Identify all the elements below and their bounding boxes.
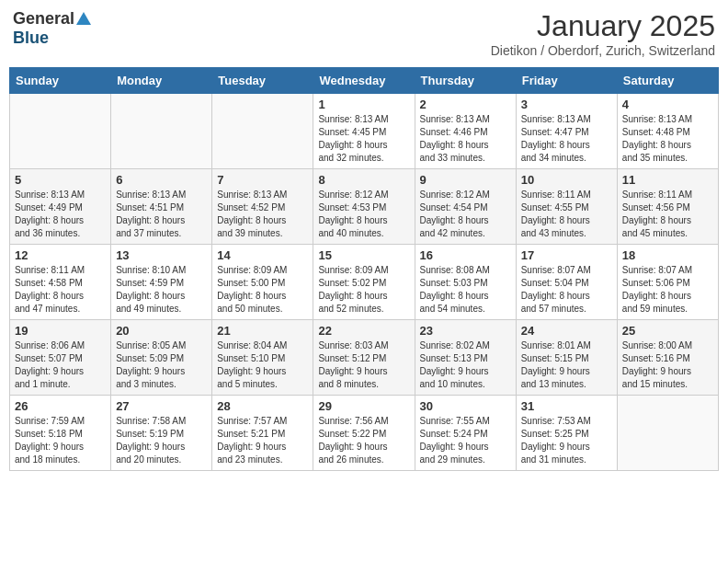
calendar-cell: 13Sunrise: 8:10 AM Sunset: 4:59 PM Dayli… xyxy=(111,245,212,320)
day-number: 10 xyxy=(521,173,612,187)
calendar-cell xyxy=(617,396,718,471)
calendar-cell: 27Sunrise: 7:58 AM Sunset: 5:19 PM Dayli… xyxy=(111,396,212,471)
calendar-cell: 12Sunrise: 8:11 AM Sunset: 4:58 PM Dayli… xyxy=(10,245,111,320)
day-number: 20 xyxy=(116,324,207,338)
day-info: Sunrise: 8:00 AM Sunset: 5:16 PM Dayligh… xyxy=(622,339,713,391)
calendar-cell: 30Sunrise: 7:55 AM Sunset: 5:24 PM Dayli… xyxy=(415,396,516,471)
calendar-header-row: SundayMondayTuesdayWednesdayThursdayFrid… xyxy=(10,68,719,94)
day-info: Sunrise: 8:01 AM Sunset: 5:15 PM Dayligh… xyxy=(521,339,612,391)
day-info: Sunrise: 8:05 AM Sunset: 5:09 PM Dayligh… xyxy=(116,339,207,391)
day-info: Sunrise: 8:13 AM Sunset: 4:51 PM Dayligh… xyxy=(116,189,207,240)
day-number: 15 xyxy=(318,248,409,262)
calendar-week-row: 12Sunrise: 8:11 AM Sunset: 4:58 PM Dayli… xyxy=(10,245,719,320)
calendar-cell: 7Sunrise: 8:13 AM Sunset: 4:52 PM Daylig… xyxy=(212,169,313,245)
day-info: Sunrise: 8:07 AM Sunset: 5:06 PM Dayligh… xyxy=(622,264,713,316)
calendar-cell: 19Sunrise: 8:06 AM Sunset: 5:07 PM Dayli… xyxy=(10,320,111,396)
day-number: 11 xyxy=(622,173,713,187)
calendar-cell: 17Sunrise: 8:07 AM Sunset: 5:04 PM Dayli… xyxy=(516,245,617,320)
day-number: 25 xyxy=(622,324,713,338)
logo-general-text: General xyxy=(13,9,74,29)
weekday-header: Friday xyxy=(516,68,617,94)
day-info: Sunrise: 8:08 AM Sunset: 5:03 PM Dayligh… xyxy=(420,264,511,316)
day-number: 13 xyxy=(116,248,207,262)
day-number: 23 xyxy=(420,324,511,338)
day-number: 1 xyxy=(318,98,409,111)
day-number: 19 xyxy=(15,324,106,338)
day-info: Sunrise: 8:11 AM Sunset: 4:55 PM Dayligh… xyxy=(521,189,612,240)
month-title: January 2025 xyxy=(491,9,715,43)
calendar-cell: 20Sunrise: 8:05 AM Sunset: 5:09 PM Dayli… xyxy=(111,320,212,396)
day-number: 27 xyxy=(116,399,207,413)
day-number: 31 xyxy=(521,399,612,413)
weekday-header: Wednesday xyxy=(313,68,415,94)
calendar-cell: 14Sunrise: 8:09 AM Sunset: 5:00 PM Dayli… xyxy=(212,245,313,320)
day-info: Sunrise: 8:06 AM Sunset: 5:07 PM Dayligh… xyxy=(15,339,106,391)
day-number: 6 xyxy=(116,173,207,187)
day-number: 29 xyxy=(318,399,409,413)
day-number: 7 xyxy=(217,173,308,187)
logo-triangle-icon xyxy=(76,12,91,25)
day-info: Sunrise: 8:09 AM Sunset: 5:00 PM Dayligh… xyxy=(217,264,308,316)
day-info: Sunrise: 8:12 AM Sunset: 4:53 PM Dayligh… xyxy=(318,189,409,240)
calendar-cell: 5Sunrise: 8:13 AM Sunset: 4:49 PM Daylig… xyxy=(10,169,111,245)
day-info: Sunrise: 7:55 AM Sunset: 5:24 PM Dayligh… xyxy=(420,415,511,466)
day-info: Sunrise: 8:13 AM Sunset: 4:52 PM Dayligh… xyxy=(217,189,308,240)
calendar-cell: 6Sunrise: 8:13 AM Sunset: 4:51 PM Daylig… xyxy=(111,169,212,245)
day-info: Sunrise: 8:13 AM Sunset: 4:45 PM Dayligh… xyxy=(318,113,409,165)
day-number: 17 xyxy=(521,248,612,262)
day-info: Sunrise: 8:03 AM Sunset: 5:12 PM Dayligh… xyxy=(318,339,409,391)
day-number: 9 xyxy=(420,173,511,187)
calendar-table: SundayMondayTuesdayWednesdayThursdayFrid… xyxy=(9,67,719,471)
calendar-week-row: 5Sunrise: 8:13 AM Sunset: 4:49 PM Daylig… xyxy=(10,169,719,245)
calendar-cell xyxy=(10,94,111,169)
day-info: Sunrise: 7:56 AM Sunset: 5:22 PM Dayligh… xyxy=(318,415,409,466)
calendar-cell: 15Sunrise: 8:09 AM Sunset: 5:02 PM Dayli… xyxy=(313,245,415,320)
calendar-cell: 23Sunrise: 8:02 AM Sunset: 5:13 PM Dayli… xyxy=(415,320,516,396)
day-info: Sunrise: 7:53 AM Sunset: 5:25 PM Dayligh… xyxy=(521,415,612,466)
day-info: Sunrise: 8:02 AM Sunset: 5:13 PM Dayligh… xyxy=(420,339,511,391)
day-info: Sunrise: 8:13 AM Sunset: 4:48 PM Dayligh… xyxy=(622,113,713,165)
calendar-cell: 21Sunrise: 8:04 AM Sunset: 5:10 PM Dayli… xyxy=(212,320,313,396)
day-number: 30 xyxy=(420,399,511,413)
day-number: 4 xyxy=(622,98,713,111)
calendar-cell: 29Sunrise: 7:56 AM Sunset: 5:22 PM Dayli… xyxy=(313,396,415,471)
day-number: 8 xyxy=(318,173,409,187)
calendar-cell: 11Sunrise: 8:11 AM Sunset: 4:56 PM Dayli… xyxy=(617,169,718,245)
day-info: Sunrise: 7:57 AM Sunset: 5:21 PM Dayligh… xyxy=(217,415,308,466)
day-number: 18 xyxy=(622,248,713,262)
title-section: January 2025 Dietikon / Oberdorf, Zurich… xyxy=(491,9,715,58)
weekday-header: Thursday xyxy=(415,68,516,94)
weekday-header: Sunday xyxy=(10,68,111,94)
calendar-cell xyxy=(212,94,313,169)
day-info: Sunrise: 8:10 AM Sunset: 4:59 PM Dayligh… xyxy=(116,264,207,316)
day-info: Sunrise: 8:11 AM Sunset: 4:56 PM Dayligh… xyxy=(622,189,713,240)
day-info: Sunrise: 7:59 AM Sunset: 5:18 PM Dayligh… xyxy=(15,415,106,466)
calendar-cell: 28Sunrise: 7:57 AM Sunset: 5:21 PM Dayli… xyxy=(212,396,313,471)
calendar-cell: 8Sunrise: 8:12 AM Sunset: 4:53 PM Daylig… xyxy=(313,169,415,245)
calendar-cell: 24Sunrise: 8:01 AM Sunset: 5:15 PM Dayli… xyxy=(516,320,617,396)
day-number: 14 xyxy=(217,248,308,262)
calendar-cell: 2Sunrise: 8:13 AM Sunset: 4:46 PM Daylig… xyxy=(415,94,516,169)
day-number: 16 xyxy=(420,248,511,262)
location-title: Dietikon / Oberdorf, Zurich, Switzerland xyxy=(491,43,715,58)
calendar-week-row: 26Sunrise: 7:59 AM Sunset: 5:18 PM Dayli… xyxy=(10,396,719,471)
calendar-week-row: 19Sunrise: 8:06 AM Sunset: 5:07 PM Dayli… xyxy=(10,320,719,396)
weekday-header: Saturday xyxy=(617,68,718,94)
day-info: Sunrise: 8:12 AM Sunset: 4:54 PM Dayligh… xyxy=(420,189,511,240)
calendar-cell: 10Sunrise: 8:11 AM Sunset: 4:55 PM Dayli… xyxy=(516,169,617,245)
day-number: 12 xyxy=(15,248,106,262)
calendar-cell: 18Sunrise: 8:07 AM Sunset: 5:06 PM Dayli… xyxy=(617,245,718,320)
calendar-cell: 9Sunrise: 8:12 AM Sunset: 4:54 PM Daylig… xyxy=(415,169,516,245)
page-header: General Blue January 2025 Dietikon / Obe… xyxy=(9,9,719,58)
calendar-cell: 31Sunrise: 7:53 AM Sunset: 5:25 PM Dayli… xyxy=(516,396,617,471)
day-info: Sunrise: 8:07 AM Sunset: 5:04 PM Dayligh… xyxy=(521,264,612,316)
day-info: Sunrise: 8:13 AM Sunset: 4:47 PM Dayligh… xyxy=(521,113,612,165)
day-info: Sunrise: 7:58 AM Sunset: 5:19 PM Dayligh… xyxy=(116,415,207,466)
day-info: Sunrise: 8:13 AM Sunset: 4:46 PM Dayligh… xyxy=(420,113,511,165)
day-number: 2 xyxy=(420,98,511,111)
day-number: 21 xyxy=(217,324,308,338)
day-number: 5 xyxy=(15,173,106,187)
calendar-cell: 22Sunrise: 8:03 AM Sunset: 5:12 PM Dayli… xyxy=(313,320,415,396)
calendar-cell: 25Sunrise: 8:00 AM Sunset: 5:16 PM Dayli… xyxy=(617,320,718,396)
calendar-cell: 1Sunrise: 8:13 AM Sunset: 4:45 PM Daylig… xyxy=(313,94,415,169)
